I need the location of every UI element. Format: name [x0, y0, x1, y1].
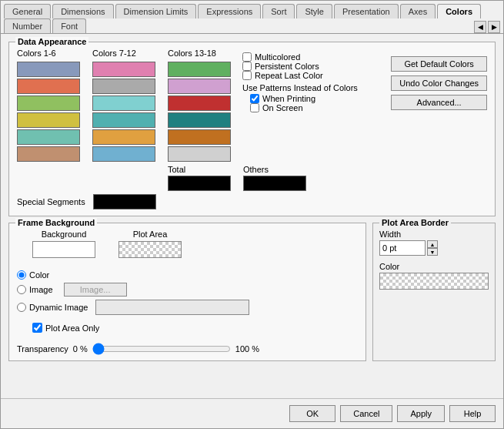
- colors-1-6-group: Colors 1-6: [17, 49, 80, 162]
- tab-sort[interactable]: Sort: [262, 4, 295, 18]
- ok-button[interactable]: OK: [289, 405, 335, 422]
- on-screen-row: On Screen: [250, 103, 383, 112]
- color-options-area: Multicolored Persistent Colors Repeat La…: [231, 49, 383, 162]
- others-group: Others: [243, 165, 306, 191]
- on-screen-checkbox[interactable]: [250, 103, 259, 112]
- color-swatch-4[interactable]: [17, 112, 80, 128]
- da-right-buttons: Get Default Colors Undo Color Changes Ad…: [391, 49, 487, 162]
- multicolored-checkbox[interactable]: [242, 52, 252, 62]
- color-swatch-13[interactable]: [168, 62, 231, 77]
- width-spin-up[interactable]: ▲: [427, 240, 438, 248]
- image-radio-row: Image Image...: [17, 283, 249, 297]
- multicolored-row: Multicolored: [242, 52, 383, 62]
- tab-axes[interactable]: Axes: [400, 4, 436, 18]
- color-swatch-15[interactable]: [168, 96, 231, 111]
- dynamic-image-label: Dynamic Image: [29, 303, 88, 312]
- image-button[interactable]: Image...: [64, 283, 127, 297]
- transparency-slider[interactable]: [92, 344, 231, 354]
- tab-prev-button[interactable]: ◀: [474, 21, 486, 33]
- border-color-swatch[interactable]: [379, 273, 489, 290]
- cancel-button[interactable]: Cancel: [340, 405, 392, 422]
- color-swatch-12[interactable]: [92, 146, 155, 162]
- color-radio[interactable]: [17, 270, 26, 280]
- color-groups: Colors 1-6 Colors 7-12: [17, 49, 231, 162]
- color-swatch-3[interactable]: [17, 96, 80, 111]
- when-printing-checkbox[interactable]: [250, 94, 259, 103]
- width-label: Width: [379, 230, 489, 239]
- radio-section: Color Image Image... Dynamic Image: [17, 270, 358, 315]
- plot-area-only-label: Plot Area Only: [45, 323, 99, 333]
- tab-general[interactable]: General: [4, 4, 51, 18]
- width-spin-down[interactable]: ▼: [427, 248, 438, 256]
- background-swatch[interactable]: [32, 241, 95, 258]
- total-group: Total: [168, 165, 231, 191]
- tab-presentation[interactable]: Presentation: [334, 4, 399, 18]
- transparency-min: 0 %: [73, 344, 88, 354]
- use-patterns-label: Use Patterns Instead of Colors: [242, 83, 383, 92]
- data-appearance-section: Data Appearance Colors 1-6: [8, 42, 496, 216]
- advanced-button[interactable]: Advanced...: [391, 95, 487, 110]
- color-swatch-6[interactable]: [17, 146, 80, 162]
- color-swatch-11[interactable]: [92, 129, 155, 145]
- get-default-colors-button[interactable]: Get Default Colors: [391, 56, 487, 72]
- colors-13-18-group: Colors 13-18: [168, 49, 231, 162]
- plot-area-label: Plot Area: [133, 230, 168, 239]
- image-radio-label: Image: [29, 285, 53, 294]
- color-swatch-1[interactable]: [17, 62, 80, 77]
- apply-button[interactable]: Apply: [397, 405, 445, 422]
- persistent-colors-checkbox[interactable]: [242, 62, 252, 71]
- plot-area-only-checkbox[interactable]: [32, 323, 42, 333]
- tab-dimension-limits[interactable]: Dimension Limits: [115, 4, 197, 18]
- special-segments-swatch[interactable]: [93, 194, 156, 209]
- image-radio[interactable]: [17, 285, 26, 294]
- background-label: Background: [42, 230, 87, 239]
- color-swatch-7[interactable]: [92, 62, 155, 77]
- transparency-row: Transparency 0 % 100 %: [17, 344, 358, 354]
- special-segments-row: Special Segments: [17, 194, 487, 209]
- tab-style[interactable]: Style: [296, 4, 332, 18]
- repeat-last-color-label: Repeat Last Color: [255, 71, 323, 80]
- tab-expressions[interactable]: Expressions: [198, 4, 261, 18]
- color-swatch-17[interactable]: [168, 129, 231, 145]
- total-others-row: Total Others: [17, 165, 487, 191]
- color-swatch-14[interactable]: [168, 79, 231, 94]
- dynamic-image-radio[interactable]: [17, 303, 26, 312]
- color-swatch-5[interactable]: [17, 129, 80, 145]
- others-swatch[interactable]: [243, 176, 306, 191]
- tab-number[interactable]: Number: [4, 18, 51, 33]
- repeat-last-color-row: Repeat Last Color: [242, 71, 383, 80]
- repeat-last-color-checkbox[interactable]: [242, 71, 252, 80]
- plot-area-input-group: Plot Area: [118, 230, 182, 258]
- tab-nav: ◀ ▶: [474, 21, 500, 33]
- color-swatch-16[interactable]: [168, 112, 231, 128]
- dynamic-image-input[interactable]: [95, 300, 249, 315]
- transparency-max: 100 %: [235, 344, 259, 354]
- undo-color-changes-button[interactable]: Undo Color Changes: [391, 75, 487, 91]
- bg-inputs-row: Background Plot Area: [32, 230, 358, 258]
- color-swatch-10[interactable]: [92, 112, 155, 128]
- color-swatch-18[interactable]: [168, 146, 231, 162]
- color-swatch-8[interactable]: [92, 79, 155, 94]
- persistent-colors-label: Persistent Colors: [255, 62, 319, 71]
- persistent-colors-row: Persistent Colors: [242, 62, 383, 71]
- plot-area-swatch[interactable]: [118, 241, 182, 258]
- tab-dimensions[interactable]: Dimensions: [52, 4, 113, 18]
- tab-next-button[interactable]: ▶: [488, 21, 500, 33]
- border-color-label: Color: [379, 262, 489, 271]
- background-input-group: Background: [32, 230, 95, 258]
- width-input[interactable]: 0 pt: [379, 240, 426, 256]
- colors-7-12-group: Colors 7-12: [92, 49, 155, 162]
- tab-bar: General Dimensions Dimension Limits Expr…: [1, 1, 503, 34]
- help-button[interactable]: Help: [449, 405, 496, 422]
- when-printing-row: When Printing: [250, 94, 383, 103]
- tab-colors[interactable]: Colors: [437, 4, 481, 18]
- color-swatch-9[interactable]: [92, 96, 155, 111]
- bottom-sections: Frame Background Background Plot Area: [8, 223, 496, 361]
- color-swatch-2[interactable]: [17, 79, 80, 94]
- multicolored-label: Multicolored: [255, 52, 300, 62]
- tab-font[interactable]: Font: [52, 18, 86, 33]
- special-segments-label: Special Segments: [17, 197, 85, 206]
- plot-area-border-title: Plot Area Border: [379, 218, 451, 227]
- dialog: General Dimensions Dimension Limits Expr…: [0, 0, 504, 429]
- total-swatch[interactable]: [168, 176, 231, 191]
